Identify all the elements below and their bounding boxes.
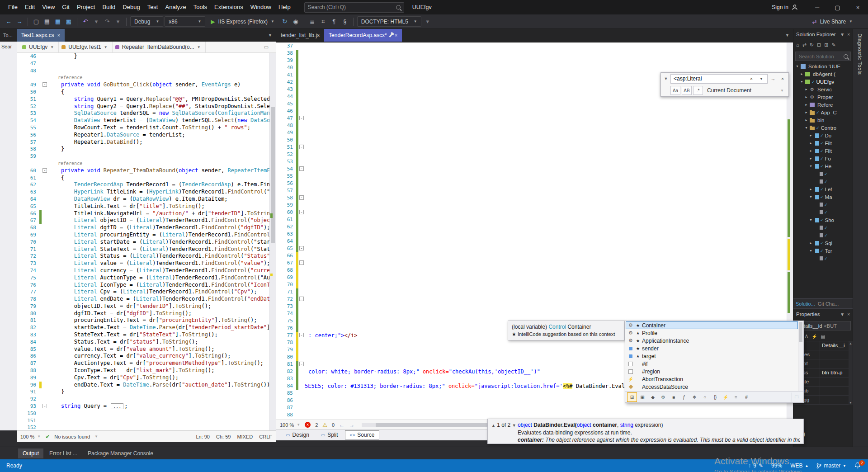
- save-all-icon[interactable]: ▩: [64, 17, 74, 27]
- panel-tab-solution-explorer[interactable]: Solutio...: [796, 301, 815, 307]
- expander-icon[interactable]: ⬚: [792, 392, 802, 402]
- code-line[interactable]: 93- string Query = ...;: [17, 403, 270, 410]
- chevron-right-icon[interactable]: ▸: [804, 87, 808, 91]
- switch-views-icon[interactable]: ⇄: [802, 42, 807, 48]
- undo-icon[interactable]: ↶: [80, 17, 90, 27]
- code-line[interactable]: 70: [276, 281, 787, 288]
- code-line[interactable]: 59: [17, 153, 270, 160]
- properties-icon[interactable]: ✎: [832, 42, 836, 48]
- browser-link-icon[interactable]: ◉: [291, 17, 301, 27]
- menu-file[interactable]: File: [5, 0, 21, 14]
- code-line[interactable]: 69 Literal procuringEntity = (Literal)Te…: [17, 231, 270, 239]
- completion-item[interactable]: ⚙★Profile: [626, 329, 798, 337]
- toolbar-overflow-icon[interactable]: ▾: [423, 17, 433, 27]
- chevron-right-icon[interactable]: ▸: [809, 156, 813, 160]
- code-line[interactable]: 40: [276, 64, 787, 71]
- find-input[interactable]: [673, 75, 745, 82]
- issues-label[interactable]: No issues found: [54, 434, 90, 439]
- redo-icon[interactable]: ↷: [102, 17, 112, 27]
- code-line[interactable]: 68 Literal dgfID = (Literal)TenderRecord…: [17, 224, 270, 231]
- navigate-icon[interactable]: ≣: [307, 17, 317, 27]
- view-tab-source[interactable]: <>Source: [345, 430, 380, 439]
- property-value[interactable]: Details__i: [820, 341, 853, 350]
- code-line[interactable]: 60-: [276, 209, 787, 216]
- code-line[interactable]: 75 Literal AuctionType = (Literal)Tender…: [17, 274, 270, 282]
- tree-item-sql[interactable]: ▸✓Sql: [793, 239, 853, 247]
- code-line[interactable]: 81 procuringEntity.Text = dr["procuringE…: [17, 317, 270, 324]
- chevron-right-icon[interactable]: ▸: [804, 118, 808, 122]
- find-scope-select[interactable]: Current Document ▼: [704, 87, 787, 94]
- completion-item[interactable]: ★sender: [626, 345, 798, 352]
- code-line[interactable]: 64 DataRowView dr = (DataRowView) e.Item…: [17, 196, 270, 203]
- tree-item-lef[interactable]: ▸✓Lef: [793, 185, 853, 193]
- code-line[interactable]: 82 startDate.Text = DateTime.Parse(dr["t…: [17, 324, 270, 331]
- code-line[interactable]: 54 DataView tenderList = (DataView) tend…: [17, 117, 270, 124]
- code-line[interactable]: 57: [276, 187, 787, 194]
- breadcrumb-class[interactable]: UUEfgv.Test1 ▼: [59, 42, 112, 52]
- code-line[interactable]: 88: [276, 411, 787, 419]
- code-line[interactable]: 61 {: [17, 175, 270, 182]
- code-line[interactable]: 51-: [276, 144, 787, 151]
- code-line[interactable]: 152: [17, 424, 270, 430]
- filter-snippets-icon[interactable]: ≡: [731, 392, 741, 402]
- pin-icon[interactable]: [389, 33, 392, 38]
- bottom-tab-output[interactable]: Output: [18, 448, 43, 458]
- code-line[interactable]: 74 Literal currency = (Literal)TenderRec…: [17, 267, 270, 274]
- menu-test[interactable]: Test: [144, 0, 162, 14]
- tree-item-solution-uue[interactable]: ▾Solution 'UUE: [793, 62, 853, 70]
- doctype-select[interactable]: DOCTYPE: HTML5▼: [357, 16, 421, 27]
- property-value[interactable]: [820, 350, 853, 359]
- signature-next-icon[interactable]: ▼: [512, 423, 516, 428]
- solution-search-input[interactable]: [798, 53, 842, 60]
- maximize-button[interactable]: ▢: [827, 0, 848, 14]
- menu-extensions[interactable]: Extensions: [211, 0, 247, 14]
- menu-analyze[interactable]: Analyze: [161, 0, 189, 14]
- filter-all-icon[interactable]: ⊞: [627, 392, 637, 402]
- close-icon[interactable]: ×: [778, 75, 787, 83]
- close-icon[interactable]: ×: [57, 33, 60, 38]
- tree-item-refere[interactable]: ▸Refere: [793, 101, 853, 109]
- code-line[interactable]: 55: [276, 173, 787, 180]
- code-line[interactable]: 66: [276, 252, 787, 260]
- tree-item-sho[interactable]: ▾✓Sho: [793, 216, 853, 224]
- fold-toggle-icon[interactable]: -: [299, 362, 304, 366]
- completion-item[interactable]: ⚡AbortTransaction: [626, 375, 798, 383]
- code-line[interactable]: 53: [276, 158, 787, 165]
- menu-git[interactable]: Git: [58, 0, 73, 14]
- tree-item-filt[interactable]: ▸✓Filt: [793, 147, 853, 155]
- code-line[interactable]: 87 AuctionType.Text = dr["procurementMet…: [17, 360, 270, 367]
- tree-item-contro[interactable]: ▾✓Contro: [793, 124, 853, 132]
- fold-toggle-icon[interactable]: -: [299, 195, 304, 200]
- undo-caret-icon[interactable]: ▾: [91, 17, 101, 27]
- outline-icon[interactable]: §: [340, 17, 350, 27]
- completion-item[interactable]: #if: [626, 360, 798, 368]
- toolbox-tab[interactable]: To...: [0, 29, 17, 42]
- code-line[interactable]: 58 }: [17, 146, 270, 153]
- code-line[interactable]: 60- private void Repeater_ItemDataBound(…: [17, 167, 270, 175]
- fold-toggle-icon[interactable]: -: [299, 166, 304, 171]
- code-line[interactable]: 87: [276, 404, 787, 411]
- code-line[interactable]: 71 Literal StateText = (Literal)TenderRe…: [17, 246, 270, 253]
- code-line[interactable]: 62: [276, 223, 787, 231]
- code-line[interactable]: 74: [276, 310, 787, 317]
- close-icon[interactable]: ×: [395, 33, 397, 38]
- tab-tenderrecordasp-ascx[interactable]: TenderRecordAsp.ascx* ×: [324, 29, 402, 42]
- code-line[interactable]: 57 Repeater1.DataBind();: [17, 139, 270, 146]
- properties-scrollbar[interactable]: ▲▼: [849, 341, 853, 405]
- code-line[interactable]: 70 Literal startDate = (Literal)TenderRe…: [17, 239, 270, 246]
- error-count[interactable]: 2: [315, 422, 318, 428]
- fold-toggle-icon[interactable]: -: [299, 246, 304, 250]
- warning-count[interactable]: 0: [332, 422, 335, 428]
- code-line[interactable]: 86 currency.Text = dr["value_currency"].…: [17, 353, 270, 360]
- tree-item-do[interactable]: ▸✓Do: [793, 132, 853, 139]
- tree-item-filt[interactable]: ▸✓Filt: [793, 139, 853, 147]
- code-line[interactable]: 48: [17, 67, 270, 75]
- completion-item[interactable]: ★target: [626, 352, 798, 360]
- code-line[interactable]: 71: [276, 288, 787, 296]
- code-line[interactable]: 80 dgfID.Text = dr["dgfID"].ToString();: [17, 310, 270, 317]
- filter-classes-icon[interactable]: ❖: [689, 392, 699, 402]
- code-line[interactable]: 61: [276, 216, 787, 223]
- code-line[interactable]: 67 Literal objectID = (Literal)TenderRec…: [17, 217, 270, 224]
- chevron-down-icon[interactable]: ▼: [757, 75, 765, 83]
- tree-item-bin[interactable]: ▸bin: [793, 116, 853, 124]
